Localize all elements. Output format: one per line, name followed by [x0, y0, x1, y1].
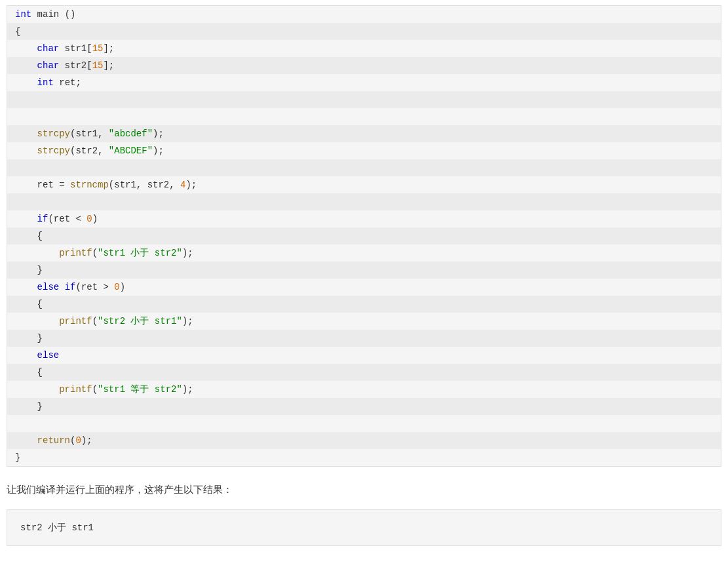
code-line-4: char str2[15]; — [7, 57, 721, 74]
code-line-13: if(ret < 0) — [7, 210, 721, 227]
code-line-24: } — [7, 398, 721, 415]
code-line-2: { — [7, 23, 721, 40]
code-line-19: printf("str2 小于 str1"); — [7, 313, 721, 330]
code-line-8: strcpy(str1, "abcdef"); — [7, 125, 721, 142]
code-line-16: } — [7, 262, 721, 279]
code-container: int main () { char str1[15]; char str2[1… — [7, 5, 721, 467]
code-line-17: else if(ret > 0) — [7, 279, 721, 296]
code-line-21: else — [7, 347, 721, 364]
code-line-3: char str1[15]; — [7, 40, 721, 57]
code-line-22: { — [7, 364, 721, 381]
code-line-27: } — [7, 449, 721, 466]
description-text: 让我们编译并运行上面的程序，这将产生以下结果： — [0, 472, 728, 504]
code-line-25 — [7, 415, 721, 432]
code-line-12 — [7, 193, 721, 210]
code-line-26: return(0); — [7, 432, 721, 449]
code-line-15: printf("str1 小于 str2"); — [7, 245, 721, 262]
code-line-11: ret = strncmp(str1, str2, 4); — [7, 176, 721, 193]
code-line-7 — [7, 108, 721, 125]
code-line-1: int main () — [7, 6, 721, 23]
code-line-6 — [7, 91, 721, 108]
output-text: str2 小于 str1 — [20, 522, 94, 533]
output-block: str2 小于 str1 — [7, 509, 721, 546]
code-line-9: strcpy(str2, "ABCDEF"); — [7, 142, 721, 159]
code-line-10 — [7, 159, 721, 176]
code-line-18: { — [7, 296, 721, 313]
code-line-20: } — [7, 330, 721, 347]
code-line-23: printf("str1 等于 str2"); — [7, 381, 721, 398]
code-line-14: { — [7, 227, 721, 245]
code-line-5: int ret; — [7, 74, 721, 91]
